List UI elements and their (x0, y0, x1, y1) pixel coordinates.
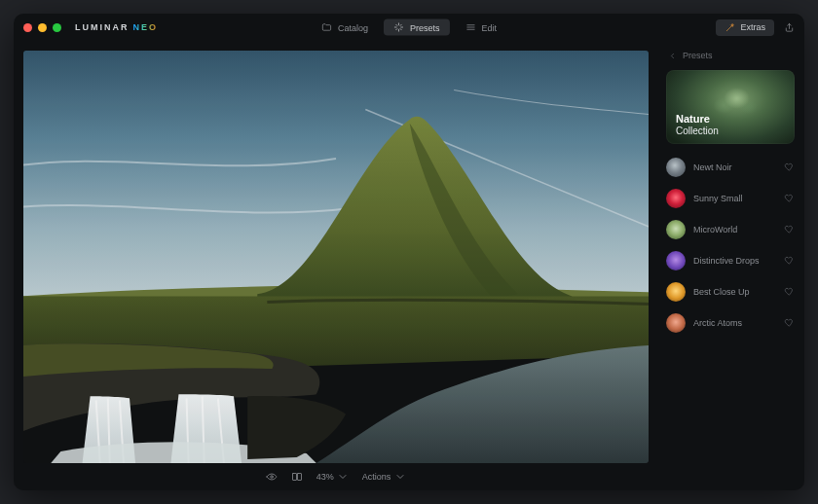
presets-back-button[interactable]: Presets (666, 49, 795, 62)
preset-label: MicroWorld (693, 225, 776, 234)
chevron-down-icon (394, 471, 406, 483)
image-preview[interactable] (23, 51, 649, 463)
compare-toggle[interactable] (291, 471, 303, 483)
app-body: 43% Actions Presets (14, 41, 804, 490)
compare-icon (291, 471, 303, 483)
window-minimize-button[interactable] (38, 23, 47, 32)
magic-wand-icon (725, 22, 735, 33)
preset-thumbnail (666, 282, 686, 302)
extras-button[interactable]: Extras (716, 19, 774, 36)
favorite-button[interactable] (784, 193, 795, 205)
presets-panel: Presets Nature Collection Newt Noir Sunn… (658, 41, 804, 490)
collection-subtitle: Collection (676, 126, 719, 137)
preview-illustration (23, 51, 649, 463)
title-bar: LUMINARNEO Catalog Presets Edit (14, 14, 804, 41)
preset-item[interactable]: Sunny Small (666, 187, 795, 210)
preset-thumbnail (666, 158, 686, 177)
favorite-button[interactable] (784, 255, 795, 268)
collection-card[interactable]: Nature Collection (666, 70, 795, 144)
preset-item[interactable]: Arctic Atoms (666, 311, 795, 335)
nav-presets-label: Presets (410, 22, 440, 32)
svg-rect-3 (292, 474, 296, 481)
brand-text-1: LUMINAR (75, 22, 130, 32)
collection-name: Nature (676, 113, 719, 126)
top-nav: Catalog Presets Edit (312, 19, 506, 36)
preset-item[interactable]: Distinctive Drops (666, 249, 795, 272)
eye-icon[interactable] (266, 471, 278, 483)
collection-label: Nature Collection (676, 113, 719, 136)
zoom-control[interactable]: 43% (316, 471, 349, 483)
nav-presets[interactable]: Presets (384, 19, 450, 36)
svg-rect-4 (297, 474, 301, 481)
nav-catalog-label: Catalog (338, 22, 368, 32)
preset-thumbnail (666, 313, 686, 333)
nav-edit[interactable]: Edit (456, 19, 507, 36)
chevron-down-icon (337, 471, 349, 483)
preset-label: Best Close Up (693, 287, 776, 297)
top-right-controls: Extras (716, 19, 795, 36)
preset-item[interactable]: Newt Noir (666, 156, 795, 179)
sliders-icon (465, 22, 476, 33)
canvas-column: 43% Actions (14, 41, 658, 490)
preset-label: Arctic Atoms (693, 318, 776, 328)
window-controls (23, 23, 61, 32)
panel-title-label: Presets (683, 51, 713, 60)
preset-label: Newt Noir (693, 162, 776, 172)
brand-text-2: NEO (133, 22, 159, 32)
actions-menu[interactable]: Actions (362, 471, 407, 483)
app-brand: LUMINARNEO (75, 22, 158, 32)
favorite-button[interactable] (784, 286, 795, 299)
favorite-button[interactable] (784, 317, 795, 330)
actions-label: Actions (362, 472, 391, 482)
preset-list: Newt Noir Sunny Small MicroWorld Distinc… (666, 156, 795, 335)
favorite-button[interactable] (784, 224, 795, 236)
chevron-left-icon (668, 52, 677, 60)
svg-point-2 (270, 476, 273, 479)
preset-label: Distinctive Drops (693, 256, 776, 266)
window-zoom-button[interactable] (53, 23, 61, 32)
preview-toolbar: 43% Actions (14, 463, 658, 490)
preset-thumbnail (666, 251, 686, 270)
favorite-button[interactable] (784, 162, 795, 174)
extras-label: Extras (740, 22, 765, 32)
sparkle-icon (393, 22, 404, 33)
window-close-button[interactable] (23, 23, 32, 32)
svg-rect-1 (23, 51, 649, 463)
nav-catalog[interactable]: Catalog (312, 19, 378, 36)
zoom-value: 43% (316, 472, 334, 482)
preset-thumbnail (666, 220, 686, 239)
preset-label: Sunny Small (693, 194, 776, 203)
folder-icon (321, 22, 332, 33)
preset-item[interactable]: MicroWorld (666, 218, 795, 241)
nav-edit-label: Edit (482, 22, 498, 32)
app-window: LUMINARNEO Catalog Presets Edit (14, 14, 804, 490)
preset-thumbnail (666, 189, 686, 208)
share-icon[interactable] (784, 22, 795, 33)
preset-item[interactable]: Best Close Up (666, 280, 795, 304)
